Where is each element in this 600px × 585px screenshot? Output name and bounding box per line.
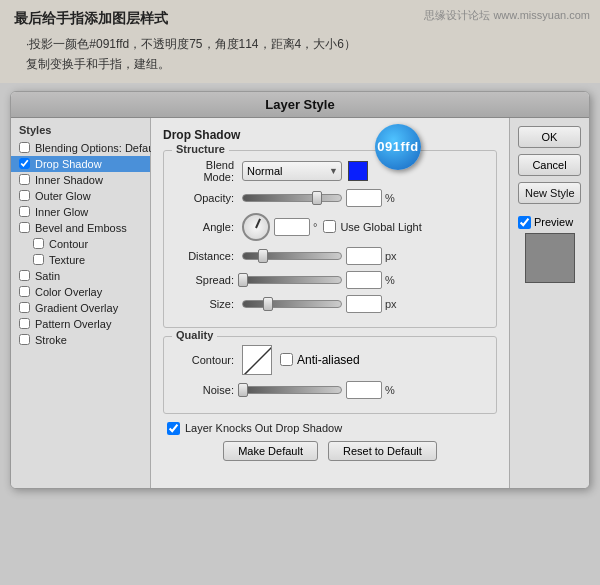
desc-line2: 复制变换手和手指，建组。 <box>26 54 586 74</box>
stroke-label: Stroke <box>35 334 67 346</box>
global-light-checkbox[interactable] <box>323 220 336 233</box>
cancel-button[interactable]: Cancel <box>518 154 581 176</box>
contour-label: Contour: <box>174 354 242 366</box>
style-inner-shadow[interactable]: Inner Shadow <box>11 172 150 188</box>
pattern-overlay-checkbox[interactable] <box>19 318 30 329</box>
quality-label: Quality <box>172 329 217 341</box>
distance-row: Distance: 4 px <box>174 247 486 265</box>
angle-label: Angle: <box>174 221 242 233</box>
spread-slider-thumb[interactable] <box>238 273 248 287</box>
outer-glow-checkbox[interactable] <box>19 190 30 201</box>
noise-slider-thumb[interactable] <box>238 383 248 397</box>
noise-input[interactable]: 0 <box>346 381 382 399</box>
size-slider-thumb[interactable] <box>263 297 273 311</box>
style-drop-shadow[interactable]: Drop Shadow <box>11 156 150 172</box>
spread-slider-track[interactable] <box>242 276 342 284</box>
noise-slider-row: 0 % <box>242 381 486 399</box>
watermark: 思缘设计论坛 www.missyuan.com <box>424 8 590 23</box>
blending-options-checkbox[interactable] <box>19 142 30 153</box>
global-light-row: Use Global Light <box>323 220 421 233</box>
size-unit: px <box>385 298 397 310</box>
blend-mode-wrapper: Normal Multiply Screen ▼ <box>242 161 342 181</box>
satin-label: Satin <box>35 270 60 282</box>
anti-aliased-label: Anti-aliased <box>297 353 360 367</box>
style-outer-glow[interactable]: Outer Glow <box>11 188 150 204</box>
spread-input[interactable]: 0 <box>346 271 382 289</box>
opacity-input[interactable]: 75 <box>346 189 382 207</box>
right-panel: OK Cancel New Style Preview <box>509 118 589 488</box>
color-badge: 091ffd <box>375 124 421 170</box>
opacity-unit: % <box>385 192 395 204</box>
size-slider-track[interactable] <box>242 300 342 308</box>
distance-unit: px <box>385 250 397 262</box>
angle-dial[interactable] <box>242 213 270 241</box>
style-contour[interactable]: Contour <box>11 236 150 252</box>
distance-slider-thumb[interactable] <box>258 249 268 263</box>
contour-row: Contour: Anti-aliased <box>174 345 486 375</box>
angle-input[interactable]: 114 <box>274 218 310 236</box>
style-color-overlay[interactable]: Color Overlay <box>11 284 150 300</box>
noise-slider-track[interactable] <box>242 386 342 394</box>
contour-checkbox[interactable] <box>33 238 44 249</box>
style-inner-glow[interactable]: Inner Glow <box>11 204 150 220</box>
drop-shadow-checkbox[interactable] <box>19 158 30 169</box>
ok-button[interactable]: OK <box>518 126 581 148</box>
layer-knocks-checkbox[interactable] <box>167 422 180 435</box>
preview-label: Preview <box>534 216 573 228</box>
distance-slider-track[interactable] <box>242 252 342 260</box>
style-gradient-overlay[interactable]: Gradient Overlay <box>11 300 150 316</box>
opacity-slider-thumb[interactable] <box>312 191 322 205</box>
style-texture[interactable]: Texture <box>11 252 150 268</box>
style-bevel-emboss[interactable]: Bevel and Emboss <box>11 220 150 236</box>
distance-slider-row: 4 px <box>242 247 486 265</box>
top-desc: ·投影一颜色#091ffd，不透明度75，角度114，距离4，大小6） 复制变换… <box>14 34 586 75</box>
bevel-emboss-checkbox[interactable] <box>19 222 30 233</box>
reset-default-button[interactable]: Reset to Default <box>328 441 437 461</box>
dialog-body: Styles Blending Options: Default Drop Sh… <box>11 118 589 488</box>
structure-label: Structure <box>172 143 229 155</box>
inner-glow-checkbox[interactable] <box>19 206 30 217</box>
angle-unit: ° <box>313 221 317 233</box>
global-light-label: Use Global Light <box>340 221 421 233</box>
layer-knocks-label: Layer Knocks Out Drop Shadow <box>185 422 342 434</box>
stroke-checkbox[interactable] <box>19 334 30 345</box>
texture-checkbox[interactable] <box>33 254 44 265</box>
contour-preview[interactable] <box>242 345 272 375</box>
new-style-button[interactable]: New Style <box>518 182 581 204</box>
anti-aliased-checkbox[interactable] <box>280 353 293 366</box>
styles-header: Styles <box>11 122 150 140</box>
satin-checkbox[interactable] <box>19 270 30 281</box>
distance-label: Distance: <box>174 250 242 262</box>
style-pattern-overlay[interactable]: Pattern Overlay <box>11 316 150 332</box>
noise-unit: % <box>385 384 395 396</box>
drop-shadow-label: Drop Shadow <box>35 158 102 170</box>
opacity-label: Opacity: <box>174 192 242 204</box>
gradient-overlay-label: Gradient Overlay <box>35 302 118 314</box>
spread-row: Spread: 0 % <box>174 271 486 289</box>
top-area: 思缘设计论坛 www.missyuan.com 最后给手指添加图层样式 ·投影一… <box>0 0 600 83</box>
layer-style-dialog: Layer Style Styles Blending Options: Def… <box>10 91 590 489</box>
inner-shadow-checkbox[interactable] <box>19 174 30 185</box>
gradient-overlay-checkbox[interactable] <box>19 302 30 313</box>
size-label: Size: <box>174 298 242 310</box>
opacity-row: Opacity: 75 % <box>174 189 486 207</box>
blend-mode-select[interactable]: Normal Multiply Screen <box>242 161 342 181</box>
blend-mode-row: Blend Mode: Normal Multiply Screen ▼ <box>174 159 486 183</box>
preview-checkbox[interactable] <box>518 216 531 229</box>
make-default-button[interactable]: Make Default <box>223 441 318 461</box>
contour-label: Contour <box>49 238 88 250</box>
size-row: Size: 6 px <box>174 295 486 313</box>
distance-input[interactable]: 4 <box>346 247 382 265</box>
preview-swatch <box>525 233 575 283</box>
size-input[interactable]: 6 <box>346 295 382 313</box>
layer-knocks-row: Layer Knocks Out Drop Shadow <box>163 422 497 435</box>
dialog-title: Layer Style <box>11 92 589 118</box>
color-swatch[interactable] <box>348 161 368 181</box>
style-satin[interactable]: Satin <box>11 268 150 284</box>
blending-options-label: Blending Options: Default <box>35 142 160 154</box>
style-blending-options[interactable]: Blending Options: Default <box>11 140 150 156</box>
opacity-slider-track[interactable] <box>242 194 342 202</box>
anti-alias-row: Anti-aliased <box>280 353 360 367</box>
color-overlay-checkbox[interactable] <box>19 286 30 297</box>
style-stroke[interactable]: Stroke <box>11 332 150 348</box>
